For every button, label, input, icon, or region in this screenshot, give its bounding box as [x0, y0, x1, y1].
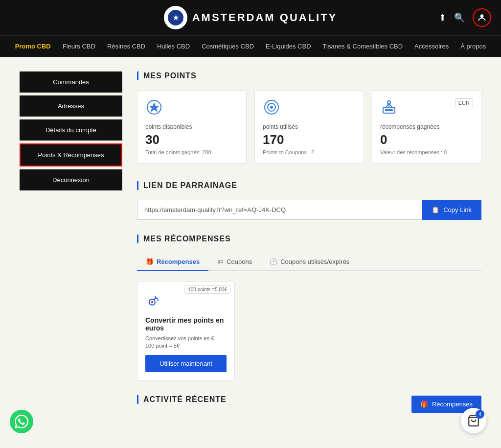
svg-point-2: [480, 14, 484, 18]
header-top: ★ AMSTERDAM QUALITY ⬆ 🔍: [0, 0, 501, 35]
nav-bar: Promo CBD Fleurs CBD Résines CBD Huiles …: [0, 35, 501, 57]
parrainage-section: LIEN DE PARRAINAGE 📋 Copy Link: [137, 181, 481, 220]
tabs-row: 🎁 Récompenses 🏷 Coupons 🕐 Coupons utilis…: [137, 253, 481, 271]
header-icons: ⬆ 🔍: [439, 8, 491, 27]
parrainage-title: LIEN DE PARRAINAGE: [137, 181, 481, 190]
sidebar-points[interactable]: Points & Récompenses: [20, 143, 122, 166]
reward-card-desc-1: Convertissez vos points en €: [145, 335, 227, 342]
cart-badge: 4: [476, 410, 484, 419]
recompenses-btn-label: Récompenses: [432, 401, 473, 408]
search-icon[interactable]: 🔍: [454, 12, 465, 23]
svg-point-7: [270, 106, 273, 109]
logo[interactable]: ★ AMSTERDAM QUALITY: [164, 6, 338, 29]
tab-recompenses[interactable]: 🎁 Récompenses: [137, 253, 208, 271]
utiliser-maintenant-button[interactable]: Utiliser maintenant: [145, 355, 227, 372]
nav-item-tisanes[interactable]: Tisanes & Comestibles CBD: [323, 43, 403, 50]
nav-item-resines[interactable]: Résines CBD: [107, 43, 145, 50]
parrainage-link-input[interactable]: [137, 200, 422, 220]
points-disponibles-sub: Total de points gagnés: 200: [145, 149, 238, 155]
logo-text: AMSTERDAM QUALITY: [192, 11, 338, 24]
user-icon[interactable]: [473, 8, 491, 27]
nav-item-apropos[interactable]: À propos: [460, 43, 486, 50]
sidebar-details[interactable]: Détails du compte: [20, 119, 122, 141]
nav-item-eliquides[interactable]: E-Liquides CBD: [266, 43, 311, 50]
copy-label: Copy Link: [443, 206, 472, 213]
svg-text:★: ★: [172, 14, 179, 22]
reward-card-badge: 100 points =5,00€: [184, 285, 230, 294]
reward-card-desc: Convertissez vos points en € 100 point =…: [137, 335, 234, 355]
recompenses-sub: Valeur des récompenses : 0: [380, 149, 473, 155]
points-disponibles-label: points disponibles: [145, 123, 238, 130]
tab-coupons-icon: 🏷: [217, 258, 224, 265]
svg-rect-9: [385, 109, 393, 111]
recompenses-value: 0: [380, 132, 473, 147]
sidebar: Commandes Adresses Détails du compte Poi…: [20, 71, 122, 414]
logo-emblem: ★: [164, 6, 187, 29]
recompenses-label: récompenses gagnées: [380, 123, 473, 130]
tab-coupons-expires-icon: 🕐: [270, 258, 277, 265]
tab-coupons-label: Coupons: [227, 258, 252, 265]
points-grid: points disponibles 30 Total de points ga…: [137, 90, 481, 164]
content: MES POINTS points disponibles 30 Total d…: [137, 71, 481, 414]
activite-title: ACTIVITÉ RÉCENTE: [137, 395, 227, 404]
svg-point-12: [151, 301, 153, 303]
tab-coupons[interactable]: 🏷 Coupons: [208, 253, 261, 271]
tab-recompenses-label: Récompenses: [157, 258, 200, 265]
activite-section: ACTIVITÉ RÉCENTE 🎁 Récompenses: [137, 395, 481, 414]
parrainage-input-row: 📋 Copy Link: [137, 200, 481, 220]
points-utilises-value: 170: [263, 132, 356, 147]
points-card-utilises: points utilisés 170 Points to Coupons : …: [254, 90, 364, 164]
eur-badge: EUR: [455, 98, 473, 107]
points-utilises-label: points utilisés: [263, 123, 356, 130]
recompenses-title: MES RÉCOMPENSES: [137, 235, 481, 243]
nav-item-cosmetiques[interactable]: Cosmétiques CBD: [202, 43, 254, 50]
nav-item-huiles[interactable]: Huiles CBD: [157, 43, 190, 50]
sidebar-deconnexion[interactable]: Déconnexion: [20, 169, 122, 190]
cart-button[interactable]: 4: [461, 408, 486, 428]
points-disponibles-value: 30: [145, 132, 238, 147]
sidebar-adresses[interactable]: Adresses: [20, 95, 122, 117]
reward-card-desc-2: 100 point = 5€: [145, 342, 227, 350]
copy-icon: 📋: [432, 206, 439, 213]
reward-card-title: Convertir mes points en euros: [137, 316, 234, 335]
points-card-recompenses: EUR récompenses gagnées 0 Valeur des réc…: [372, 90, 481, 164]
svg-marker-4: [149, 102, 159, 112]
nav-item-accessoires[interactable]: Accessoires: [414, 43, 449, 50]
tab-recompenses-icon: 🎁: [146, 258, 154, 265]
nav-item-promo[interactable]: Promo CBD: [15, 43, 51, 50]
mes-points-title: MES POINTS: [137, 71, 481, 80]
main-container: Commandes Adresses Détails du compte Poi…: [0, 57, 501, 428]
recompenses-btn-icon: 🎁: [420, 401, 428, 408]
points-card-disponibles: points disponibles 30 Total de points ga…: [137, 90, 247, 164]
points-utilises-icon: [263, 98, 356, 119]
tab-coupons-expires[interactable]: 🕐 Coupons utilisés/expirés: [261, 253, 358, 271]
points-utilises-sub: Points to Coupons : 2: [263, 149, 356, 155]
tab-coupons-expires-label: Coupons utilisés/expirés: [280, 258, 349, 265]
recompenses-section: MES RÉCOMPENSES 🎁 Récompenses 🏷 Coupons …: [137, 235, 481, 380]
share-icon[interactable]: ⬆: [439, 12, 446, 23]
reward-card: 100 points =5,00€ Convertir mes points e…: [137, 281, 235, 380]
points-disponibles-icon: [145, 98, 238, 119]
header: ★ AMSTERDAM QUALITY ⬆ 🔍 Promo CBD Fleurs…: [0, 0, 501, 57]
copy-link-button[interactable]: 📋 Copy Link: [422, 200, 481, 220]
nav-item-fleurs[interactable]: Fleurs CBD: [63, 43, 95, 50]
sidebar-commandes[interactable]: Commandes: [20, 71, 122, 93]
